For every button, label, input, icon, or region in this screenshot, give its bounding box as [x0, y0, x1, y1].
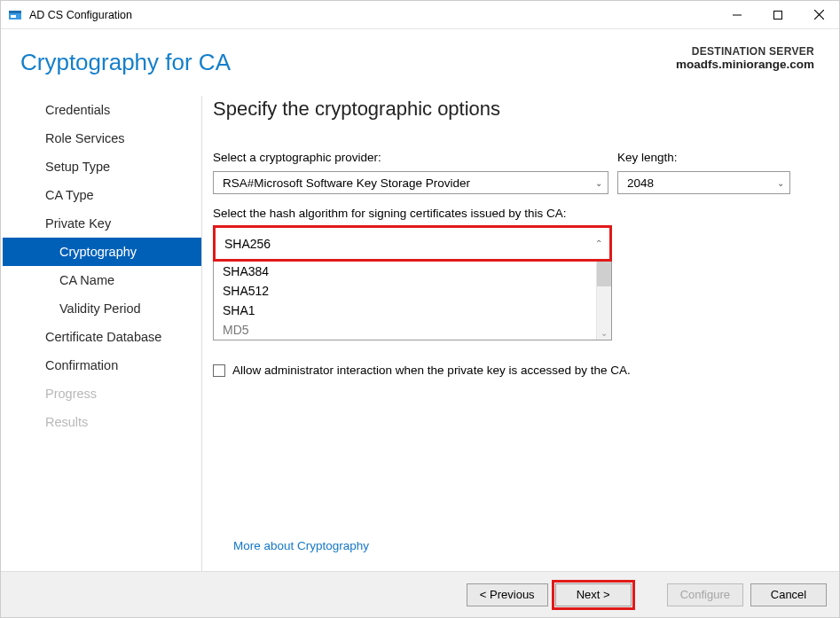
sidebar-item-results: Results — [3, 408, 201, 436]
sidebar-item-setup-type[interactable]: Setup Type — [3, 153, 201, 181]
close-button[interactable] — [798, 1, 839, 28]
svg-rect-4 — [774, 11, 782, 19]
next-button[interactable]: Next > — [555, 583, 632, 606]
sidebar-item-validity-period[interactable]: Validity Period — [3, 294, 201, 323]
keylength-label: Key length: — [617, 151, 790, 164]
sidebar-item-private-key[interactable]: Private Key — [3, 209, 201, 238]
hash-selected-value: SHA256 — [224, 237, 271, 251]
hash-option[interactable]: SHA384 — [214, 262, 611, 281]
app-icon — [8, 8, 22, 22]
hash-option[interactable]: SHA1 — [214, 301, 611, 320]
previous-button[interactable]: < Previous — [467, 583, 548, 606]
minimize-button[interactable] — [717, 1, 758, 28]
sidebar-item-progress: Progress — [3, 379, 201, 408]
main-heading: Specify the cryptographic options — [213, 96, 823, 121]
svg-rect-1 — [9, 11, 21, 13]
provider-value: RSA#Microsoft Software Key Storage Provi… — [223, 176, 470, 190]
hash-listbox[interactable]: SHA256 ⌃ SHA384SHA512SHA1MD5 ⌄ — [213, 225, 612, 340]
titlebar: AD CS Configuration — [1, 1, 839, 29]
provider-select[interactable]: RSA#Microsoft Software Key Storage Provi… — [213, 171, 608, 194]
hash-option[interactable]: SHA512 — [214, 281, 611, 301]
svg-rect-2 — [11, 15, 16, 18]
admin-interaction-label: Allow administrator interaction when the… — [232, 364, 631, 377]
body: CredentialsRole ServicesSetup TypeCA Typ… — [1, 85, 839, 571]
keylength-value: 2048 — [627, 176, 654, 190]
destination-server: moadfs.miniorange.com — [676, 58, 814, 71]
sidebar-item-cryptography[interactable]: Cryptography — [3, 238, 201, 266]
configure-button: Configure — [667, 583, 743, 606]
window-title: AD CS Configuration — [29, 9, 717, 21]
hash-label: Select the hash algorithm for signing ce… — [213, 207, 823, 220]
provider-row: Select a cryptographic provider: RSA#Mic… — [213, 151, 823, 194]
sidebar-item-confirmation[interactable]: Confirmation — [3, 351, 201, 379]
footer: < Previous Next > Configure Cancel — [1, 571, 839, 617]
keylength-field: Key length: 2048 ⌄ — [617, 151, 790, 194]
provider-field: Select a cryptographic provider: RSA#Mic… — [213, 151, 608, 194]
admin-interaction-checkbox[interactable] — [213, 364, 225, 377]
sidebar-item-ca-type[interactable]: CA Type — [3, 181, 201, 209]
destination-box: DESTINATION SERVER moadfs.miniorange.com — [676, 45, 814, 71]
destination-label: DESTINATION SERVER — [676, 45, 814, 58]
header: Cryptography for CA DESTINATION SERVER m… — [1, 29, 839, 85]
chevron-up-icon: ⌃ — [595, 239, 604, 248]
sidebar-item-role-services[interactable]: Role Services — [3, 124, 201, 153]
window-buttons — [717, 1, 839, 28]
provider-label: Select a cryptographic provider: — [213, 151, 608, 164]
maximize-button[interactable] — [758, 1, 798, 28]
scrollbar-thumb[interactable] — [597, 262, 611, 286]
page-title: Cryptography for CA — [20, 49, 676, 76]
hash-selected-row[interactable]: SHA256 ⌃ — [213, 225, 612, 262]
sidebar: CredentialsRole ServicesSetup TypeCA Typ… — [3, 96, 202, 571]
admin-interaction-row: Allow administrator interaction when the… — [213, 364, 823, 377]
cancel-button[interactable]: Cancel — [750, 583, 827, 606]
sidebar-item-ca-name[interactable]: CA Name — [3, 266, 201, 294]
window: AD CS Configuration Cryptography for CA … — [0, 0, 840, 618]
chevron-down-icon: ⌄ — [777, 178, 784, 188]
chevron-down-icon: ⌄ — [595, 178, 602, 188]
hash-option[interactable]: MD5 — [214, 320, 611, 340]
hash-options-list: SHA384SHA512SHA1MD5 ⌄ — [214, 262, 611, 340]
keylength-select[interactable]: 2048 ⌄ — [617, 171, 790, 194]
sidebar-item-credentials[interactable]: Credentials — [3, 96, 201, 124]
chevron-down-icon: ⌄ — [601, 328, 608, 340]
sidebar-item-certificate-database[interactable]: Certificate Database — [3, 323, 201, 351]
more-link[interactable]: More about Cryptography — [233, 539, 369, 552]
main-panel: Specify the cryptographic options Select… — [213, 96, 830, 571]
scrollbar[interactable]: ⌄ — [596, 262, 611, 340]
